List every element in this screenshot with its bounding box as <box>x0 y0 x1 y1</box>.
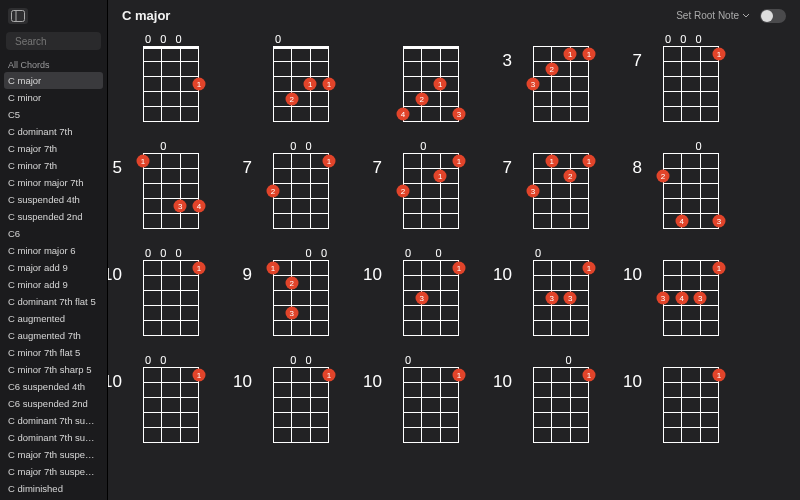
fretboard: 1 <box>403 367 459 443</box>
sidebar-item[interactable]: C major 7th suspended 4th <box>0 446 107 463</box>
finger-dot: 1 <box>267 261 280 274</box>
chord-diagram[interactable]: 103431 <box>646 247 736 336</box>
chord-diagram[interactable]: 0001 <box>126 33 216 122</box>
display-toggle[interactable] <box>760 9 786 23</box>
sidebar-item[interactable]: C minor <box>0 89 107 106</box>
sidebar-item[interactable]: C5 <box>0 106 107 123</box>
fret-start-label: 10 <box>363 372 382 392</box>
fretboard: 3121 <box>533 153 589 229</box>
fret-start-label: 9 <box>243 265 252 285</box>
fret-start-label: 7 <box>633 51 642 71</box>
finger-dot: 1 <box>434 169 447 182</box>
finger-dot: 1 <box>323 368 336 381</box>
finger-dot: 1 <box>583 47 596 60</box>
chord-diagram[interactable]: 010331 <box>516 247 606 336</box>
sidebar-item[interactable]: C minor major 7th <box>0 174 107 191</box>
finger-dot: 1 <box>545 154 558 167</box>
sidebar-item[interactable]: C augmented 7th <box>0 327 107 344</box>
chord-diagram[interactable]: 08243 <box>646 140 736 229</box>
chord-diagram[interactable]: 101 <box>646 354 736 443</box>
sidebar-item[interactable]: C minor major 6 <box>0 242 107 259</box>
finger-dot: 2 <box>267 185 280 198</box>
finger-dot: 1 <box>583 368 596 381</box>
fretboard: 1 <box>663 367 719 443</box>
sidebar-item[interactable]: C diminished <box>0 480 107 497</box>
sidebar-item[interactable]: C suspended 2nd <box>0 208 107 225</box>
sidebar-item[interactable]: C dominant 7th suspende... <box>0 412 107 429</box>
finger-dot: 1 <box>323 154 336 167</box>
sidebar-item[interactable]: C minor 7th flat 5 <box>0 344 107 361</box>
fretboard: 1 <box>533 367 589 443</box>
sidebar-item[interactable]: C dominant 7th <box>0 123 107 140</box>
chord-diagram[interactable]: 0101 <box>386 354 476 443</box>
chord-diagram[interactable]: 0101 <box>516 354 606 443</box>
header: C major Set Root Note <box>108 0 800 27</box>
chevron-down-icon <box>742 12 750 20</box>
finger-dot: 2 <box>285 93 298 106</box>
search-field[interactable] <box>6 32 101 50</box>
sidebar-item[interactable]: C6 suspended 2nd <box>0 395 107 412</box>
open-strings <box>663 354 719 366</box>
sidebar-toggle-icon[interactable] <box>8 8 28 24</box>
open-strings: 0 <box>143 140 199 152</box>
chord-diagram[interactable]: 33211 <box>516 33 606 122</box>
finger-dot: 2 <box>415 93 428 106</box>
finger-dot: 1 <box>434 78 447 91</box>
open-strings: 00 <box>273 247 329 259</box>
sidebar-item[interactable]: C dominant 7th flat 5 <box>0 293 107 310</box>
finger-dot: 3 <box>415 292 428 305</box>
finger-dot: 1 <box>453 154 466 167</box>
sidebar-item[interactable]: C major <box>4 72 103 89</box>
set-root-note-dropdown[interactable]: Set Root Note <box>676 10 750 21</box>
finger-dot: 3 <box>545 292 558 305</box>
set-root-note-label: Set Root Note <box>676 10 739 21</box>
sidebar-item[interactable]: C augmented <box>0 310 107 327</box>
sidebar-item[interactable]: C minor add 9 <box>0 276 107 293</box>
fretboard: 1 <box>663 46 719 122</box>
sidebar-item[interactable]: C major 7th <box>0 140 107 157</box>
fretboard: 211 <box>403 153 459 229</box>
chord-list: C majorC minorC5C dominant 7thC major 7t… <box>0 72 107 500</box>
finger-dot: 4 <box>675 292 688 305</box>
fretboard: 243 <box>663 153 719 229</box>
finger-dot: 1 <box>583 154 596 167</box>
open-strings: 000 <box>143 247 199 259</box>
svg-rect-0 <box>12 11 25 22</box>
fret-start-label: 10 <box>363 265 382 285</box>
fretboard: 4213 <box>403 46 459 122</box>
open-strings <box>403 33 459 45</box>
open-strings: 00 <box>273 354 329 366</box>
finger-dot: 1 <box>193 368 206 381</box>
sidebar-item[interactable]: C major 7th suspended 2nd <box>0 463 107 480</box>
finger-dot: 3 <box>657 292 670 305</box>
finger-dot: 1 <box>713 368 726 381</box>
chord-diagram[interactable]: 05134 <box>126 140 216 229</box>
finger-dot: 1 <box>193 78 206 91</box>
open-strings: 00 <box>403 247 459 259</box>
chord-diagram[interactable]: 0211 <box>256 33 346 122</box>
chord-diagram[interactable]: 00721 <box>256 140 346 229</box>
sidebar-item[interactable]: C6 <box>0 225 107 242</box>
open-strings: 00 <box>273 140 329 152</box>
chord-diagram[interactable]: 4213 <box>386 33 476 122</box>
fretboard: 331 <box>533 260 589 336</box>
sidebar-item[interactable]: C minor 7th sharp 5 <box>0 361 107 378</box>
chord-diagram[interactable]: 001031 <box>386 247 476 336</box>
chord-diagram[interactable]: 73121 <box>516 140 606 229</box>
chord-diagram[interactable]: 000101 <box>126 247 216 336</box>
chord-diagram[interactable]: 00101 <box>256 354 346 443</box>
sidebar-item[interactable]: C suspended 4th <box>0 191 107 208</box>
chord-diagram[interactable]: 07211 <box>386 140 476 229</box>
sidebar-item[interactable]: C6 suspended 4th <box>0 378 107 395</box>
finger-dot: 1 <box>193 261 206 274</box>
fret-start-label: 10 <box>108 265 122 285</box>
fretboard: 1 <box>273 367 329 443</box>
chord-diagram[interactable]: 00071 <box>646 33 736 122</box>
sidebar-item[interactable]: C major add 9 <box>0 259 107 276</box>
sidebar-item[interactable]: C dominant 7th suspende... <box>0 429 107 446</box>
chord-diagram[interactable]: 009132 <box>256 247 346 336</box>
sidebar-item[interactable]: C minor 7th <box>0 157 107 174</box>
finger-dot: 2 <box>397 185 410 198</box>
chord-diagram[interactable]: 00101 <box>126 354 216 443</box>
finger-dot: 3 <box>174 200 187 213</box>
